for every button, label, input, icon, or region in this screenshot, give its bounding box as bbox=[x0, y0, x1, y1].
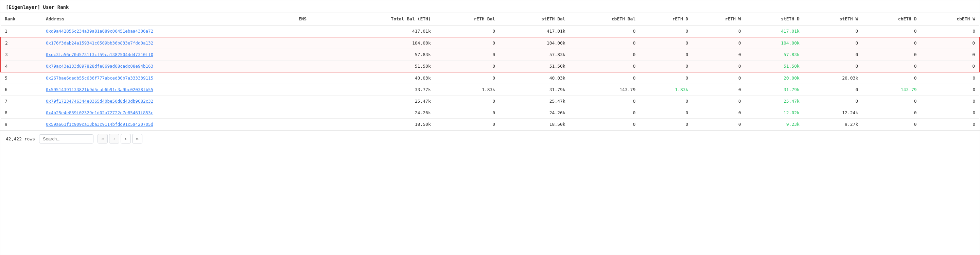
rank-cell: 7 bbox=[1, 96, 42, 107]
col-ens: ENS bbox=[294, 13, 330, 25]
address-cell: 0x267bae6dedb55c636f777abced30b7a3333391… bbox=[42, 72, 294, 84]
address-link[interactable]: 0x79f17234746344e0365d40be50d8d43db9082c… bbox=[46, 99, 153, 104]
cbeth-w-cell: 0 bbox=[921, 72, 979, 84]
steth-bal-cell: 31.79k bbox=[499, 84, 570, 96]
steth-w-cell: 20.03k bbox=[803, 72, 862, 84]
col-reth-d: rETH D bbox=[640, 13, 692, 25]
reth-w-cell: 0 bbox=[692, 37, 745, 49]
cbeth-w-cell: 0 bbox=[921, 84, 979, 96]
reth-d-cell: 0 bbox=[640, 119, 692, 130]
table-row: 90x59a661f1c909ca13ba3c9114bfdd91c5a4207… bbox=[1, 119, 979, 130]
steth-bal-cell: 24.26k bbox=[499, 107, 570, 119]
table-section: Rank Address ENS Total Bal (ETH) rETH Ba… bbox=[0, 13, 980, 130]
reth-w-cell: 0 bbox=[692, 72, 745, 84]
cbeth-bal-cell: 0 bbox=[570, 25, 640, 37]
pagination-controls: « ‹ › » bbox=[97, 134, 142, 143]
cbeth-d-cell: 0 bbox=[862, 107, 921, 119]
col-rank: Rank bbox=[1, 13, 42, 25]
table-row: 60x59514391133821b9d5cab6b91c3a9bc02038f… bbox=[1, 84, 979, 96]
reth-d-cell: 1.83k bbox=[640, 84, 692, 96]
total-bal-cell: 25.47k bbox=[329, 96, 434, 107]
cbeth-d-cell: 0 bbox=[862, 119, 921, 130]
col-cbeth-d: cbETH D bbox=[862, 13, 921, 25]
reth-bal-cell: 1.83k bbox=[435, 84, 499, 96]
cbeth-w-cell: 0 bbox=[921, 119, 979, 130]
ens-cell bbox=[294, 37, 330, 49]
steth-d-cell: 20.00k bbox=[745, 72, 803, 84]
cbeth-w-cell: 0 bbox=[921, 96, 979, 107]
address-link[interactable]: 0x267bae6dedb55c636f777abced30b7a3333391… bbox=[46, 75, 153, 81]
steth-w-cell: 12.24k bbox=[803, 107, 862, 119]
search-input[interactable] bbox=[39, 134, 94, 143]
reth-w-cell: 0 bbox=[692, 107, 745, 119]
next-page-button[interactable]: › bbox=[121, 134, 131, 143]
steth-w-cell: 0 bbox=[803, 49, 862, 61]
address-cell: 0x79f17234746344e0365d40be50d8d43db9082c… bbox=[42, 96, 294, 107]
col-reth-w: rETH W bbox=[692, 13, 745, 25]
steth-d-cell: 57.83k bbox=[745, 49, 803, 61]
col-steth-w: stETH W bbox=[803, 13, 862, 25]
steth-w-cell: 0 bbox=[803, 25, 862, 37]
reth-bal-cell: 0 bbox=[435, 119, 499, 130]
cbeth-d-cell: 0 bbox=[862, 96, 921, 107]
cbeth-w-cell: 0 bbox=[921, 61, 979, 72]
address-cell: 0x59a661f1c909ca13ba3c9114bfdd91c5a42070… bbox=[42, 119, 294, 130]
total-bal-cell: 40.03k bbox=[329, 72, 434, 84]
reth-d-cell: 0 bbox=[640, 49, 692, 61]
rows-count: 42,422 rows bbox=[6, 136, 35, 142]
reth-bal-cell: 0 bbox=[435, 37, 499, 49]
address-link[interactable]: 0x4b25e4e839f02329e1d02a72722e7e85461f85… bbox=[46, 110, 153, 115]
cbeth-bal-cell: 0 bbox=[570, 96, 640, 107]
reth-d-cell: 0 bbox=[640, 25, 692, 37]
table-row: 40x79ac43e133d897828dfe869ad68cadc08e94b… bbox=[1, 61, 979, 72]
ens-cell bbox=[294, 119, 330, 130]
reth-d-cell: 0 bbox=[640, 107, 692, 119]
table-body: 10xd9a442856c234a39a81a089c06451ebaa4306… bbox=[1, 25, 979, 130]
rank-cell: 1 bbox=[1, 25, 42, 37]
cbeth-d-cell: 0 bbox=[862, 72, 921, 84]
cbeth-d-cell: 0 bbox=[862, 49, 921, 61]
total-bal-cell: 51.50k bbox=[329, 61, 434, 72]
reth-w-cell: 0 bbox=[692, 61, 745, 72]
address-cell: 0x59514391133821b9d5cab6b91c3a9bc02038fb… bbox=[42, 84, 294, 96]
steth-bal-cell: 51.50k bbox=[499, 61, 570, 72]
table-row: 50x267bae6dedb55c636f777abced30b7a333339… bbox=[1, 72, 979, 84]
steth-w-cell: 0 bbox=[803, 61, 862, 72]
rank-cell: 3 bbox=[1, 49, 42, 61]
cbeth-w-cell: 0 bbox=[921, 25, 979, 37]
table-row: 10xd9a442856c234a39a81a089c06451ebaa4306… bbox=[1, 25, 979, 37]
reth-bal-cell: 0 bbox=[435, 49, 499, 61]
steth-bal-cell: 18.50k bbox=[499, 119, 570, 130]
cbeth-d-cell: 0 bbox=[862, 25, 921, 37]
ens-cell bbox=[294, 96, 330, 107]
total-bal-cell: 24.26k bbox=[329, 107, 434, 119]
steth-w-cell: 9.27k bbox=[803, 119, 862, 130]
address-link[interactable]: 0xdc3fa56e70d5731f3cf59ca13825044d47310f… bbox=[46, 52, 153, 57]
ens-cell bbox=[294, 72, 330, 84]
rank-cell: 2 bbox=[1, 37, 42, 49]
reth-d-cell: 0 bbox=[640, 96, 692, 107]
steth-bal-cell: 57.83k bbox=[499, 49, 570, 61]
cbeth-w-cell: 0 bbox=[921, 107, 979, 119]
total-bal-cell: 104.00k bbox=[329, 37, 434, 49]
address-link[interactable]: 0xd9a442856c234a39a81a089c06451ebaa4306a… bbox=[46, 29, 153, 33]
first-page-button[interactable]: « bbox=[97, 134, 108, 143]
steth-d-cell: 25.47k bbox=[745, 96, 803, 107]
table-header: Rank Address ENS Total Bal (ETH) rETH Ba… bbox=[1, 13, 979, 25]
address-link[interactable]: 0x79ac43e133d897828dfe869ad68cadc08e94b1… bbox=[46, 64, 153, 69]
table-row: 30xdc3fa56e70d5731f3cf59ca13825044d47310… bbox=[1, 49, 979, 61]
rank-cell: 5 bbox=[1, 72, 42, 84]
address-link[interactable]: 0x59514391133821b9d5cab6b91c3a9bc02038fb… bbox=[46, 87, 153, 92]
reth-w-cell: 0 bbox=[692, 25, 745, 37]
address-link[interactable]: 0x59a661f1c909ca13ba3c9114bfdd91c5a42070… bbox=[46, 122, 153, 127]
total-bal-cell: 18.50k bbox=[329, 119, 434, 130]
reth-w-cell: 0 bbox=[692, 49, 745, 61]
last-page-button[interactable]: » bbox=[132, 134, 142, 143]
steth-d-cell: 51.50k bbox=[745, 61, 803, 72]
cbeth-bal-cell: 143.79 bbox=[570, 84, 640, 96]
prev-page-button[interactable]: ‹ bbox=[109, 134, 119, 143]
steth-bal-cell: 25.47k bbox=[499, 96, 570, 107]
address-cell: 0x79ac43e133d897828dfe869ad68cadc08e94b1… bbox=[42, 61, 294, 72]
address-link[interactable]: 0x176f3dab24a159341c0509bb36b833e7fdd0a1… bbox=[46, 40, 153, 46]
footer-bar: 42,422 rows « ‹ › » bbox=[0, 130, 980, 147]
